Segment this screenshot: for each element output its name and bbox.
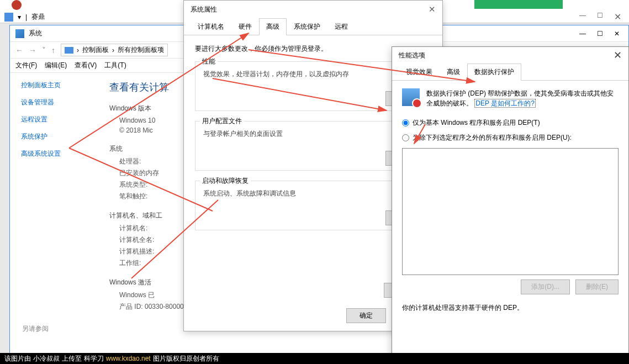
close-button[interactable]: ✕ xyxy=(614,30,620,38)
window-title: 系统 xyxy=(29,29,42,38)
shield-icon xyxy=(402,88,420,106)
nav-protect[interactable]: 系统保护 xyxy=(21,132,87,141)
pc-icon xyxy=(65,47,73,54)
tab-bar: 计算机名 硬件 高级 系统保护 远程 xyxy=(184,18,442,35)
breadcrumb[interactable]: › 控制面板 › 所有控制面板项 xyxy=(61,44,168,56)
folder-icon xyxy=(4,13,13,22)
tab-visual[interactable]: 视觉效果 xyxy=(399,64,440,81)
close-button[interactable]: ✕ xyxy=(614,49,622,61)
startup-group-title: 启动和故障恢复 xyxy=(200,176,251,186)
tab-hardware[interactable]: 硬件 xyxy=(231,18,259,35)
minimize-button[interactable]: — xyxy=(579,12,586,22)
dep-help-link[interactable]: DEP 是如何工作的? xyxy=(474,99,535,108)
dialog-title: 系统属性 xyxy=(191,5,217,14)
nav-remote[interactable]: 远程设置 xyxy=(21,115,87,124)
maximize-button[interactable]: ☐ xyxy=(597,12,603,22)
history-button[interactable]: ˅ xyxy=(42,46,46,55)
dep-program-list[interactable] xyxy=(402,148,619,275)
add-button[interactable]: 添加(D)... xyxy=(521,279,570,294)
nav-device-manager[interactable]: 设备管理器 xyxy=(21,98,87,107)
tab-dep[interactable]: 数据执行保护 xyxy=(467,64,521,81)
left-nav: 控制面板主页 设备管理器 远程设置 系统保护 高级系统设置 xyxy=(10,73,98,361)
performance-options-dialog: 性能选项 ✕ 视觉效果 高级 数据执行保护 数据执行保护 (DEP) 帮助保护数… xyxy=(392,46,629,364)
profile-group-title: 用户配置文件 xyxy=(200,117,244,126)
back-button[interactable]: ← xyxy=(15,46,23,55)
nav-advanced[interactable]: 高级系统设置 xyxy=(21,149,87,159)
divider: | xyxy=(25,13,27,21)
perf-group-title: 性能 xyxy=(200,57,218,66)
maximize-button[interactable]: ☐ xyxy=(597,30,603,38)
see-also: 另请参阅 xyxy=(22,324,49,334)
browser-icon xyxy=(12,0,22,10)
tab-advanced[interactable]: 高级 xyxy=(440,64,467,81)
watermark: 该图片由 小冷叔叔 上传至 科学刀 www.kxdao.net 图片版权归原创者… xyxy=(0,353,629,364)
up-button[interactable]: ↑ xyxy=(51,46,55,55)
dep-radio-essential[interactable]: 仅为基本 Windows 程序和服务启用 DEP(T) xyxy=(402,118,619,128)
system-icon xyxy=(15,29,24,38)
tab-remote[interactable]: 远程 xyxy=(327,18,355,35)
ok-button[interactable]: 确定 xyxy=(346,308,386,323)
down-icon[interactable]: ▾ xyxy=(18,13,21,21)
remove-button[interactable]: 删除(E) xyxy=(575,279,619,294)
dialog-title: 性能选项 xyxy=(399,51,425,60)
dep-description: 数据执行保护 (DEP) 帮助保护数据，使其免受病毒攻击或其他安全威胁的破坏。 … xyxy=(426,88,619,108)
menu-view[interactable]: 查看(V) xyxy=(75,61,97,70)
close-button[interactable]: ✕ xyxy=(614,12,621,22)
menu-tools[interactable]: 工具(T) xyxy=(104,61,126,70)
tab-protection[interactable]: 系统保护 xyxy=(287,18,327,35)
tab-label: 赛鼎 xyxy=(31,12,45,22)
background-fragment xyxy=(474,0,563,9)
tab-computer-name[interactable]: 计算机名 xyxy=(191,18,231,35)
minimize-button[interactable]: — xyxy=(579,30,586,38)
tab-advanced[interactable]: 高级 xyxy=(259,18,287,35)
forward-button[interactable]: → xyxy=(29,46,36,55)
dep-radio-all[interactable]: 为除下列选定程序之外的所有程序和服务启用 DEP(U): xyxy=(402,133,619,143)
menu-edit[interactable]: 编辑(E) xyxy=(45,61,67,70)
menu-file[interactable]: 文件(F) xyxy=(15,61,37,70)
dep-footer: 你的计算机处理器支持基于硬件的 DEP。 xyxy=(402,303,619,313)
nav-home[interactable]: 控制面板主页 xyxy=(21,81,87,90)
close-button[interactable]: ✕ xyxy=(429,4,436,14)
